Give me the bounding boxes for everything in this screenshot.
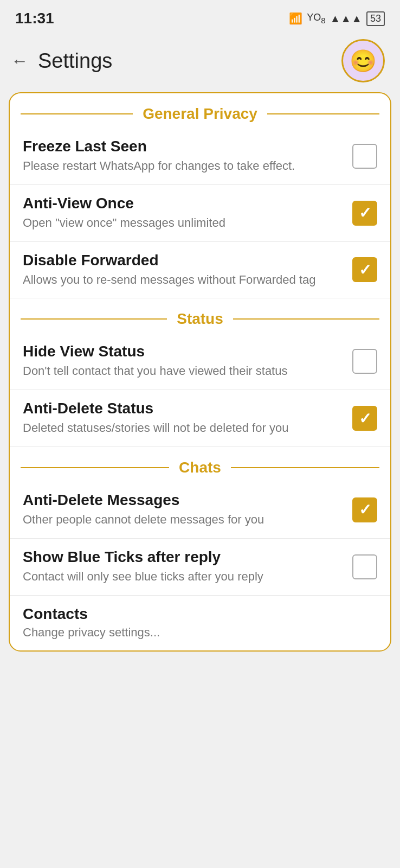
setting-desc-anti-del-status: Deleted statuses/stories will not be del… xyxy=(23,420,344,437)
section-line-status-left xyxy=(21,318,167,320)
setting-anti-delete-messages[interactable]: Anti-Delete Messages Other people cannot… xyxy=(10,482,390,539)
setting-desc-blue-ticks: Contact will only see blue ticks after y… xyxy=(23,569,344,585)
checkbox-blue-ticks[interactable] xyxy=(352,554,377,579)
header-left: ← Settings xyxy=(11,49,112,73)
wifi-icon: 📶 xyxy=(289,12,302,25)
setting-anti-view-once[interactable]: Anti-View Once Open "view once" messages… xyxy=(10,185,390,242)
setting-title-freeze: Freeze Last Seen xyxy=(23,138,344,155)
header: ← Settings 😊 xyxy=(0,33,400,92)
setting-text-anti-view: Anti-View Once Open "view once" messages… xyxy=(23,195,352,232)
checkbox-hide-view-status[interactable] xyxy=(352,349,377,374)
setting-anti-delete-status[interactable]: Anti-Delete Status Deleted statuses/stor… xyxy=(10,390,390,447)
setting-text-forwarded: Disable Forwarded Allows you to re-send … xyxy=(23,252,352,289)
setting-text-hide-view: Hide View Status Don't tell contact that… xyxy=(23,343,352,380)
section-general-privacy: General Privacy xyxy=(10,93,390,128)
setting-desc-anti-del-msg: Other people cannot delete messages for … xyxy=(23,512,344,528)
setting-title-blue-ticks: Show Blue Ticks after reply xyxy=(23,548,344,566)
checkbox-freeze-last-seen[interactable] xyxy=(352,144,377,169)
section-title-chats: Chats xyxy=(175,459,225,476)
setting-disable-forwarded[interactable]: Disable Forwarded Allows you to re-send … xyxy=(10,242,390,299)
setting-text-anti-del-status: Anti-Delete Status Deleted statuses/stor… xyxy=(23,400,352,437)
setting-title-anti-del-status: Anti-Delete Status xyxy=(23,400,344,417)
back-button[interactable]: ← xyxy=(11,51,28,71)
partial-desc-contacts: Change privacy settings... xyxy=(23,626,377,640)
setting-text-freeze: Freeze Last Seen Please restart WhatsApp… xyxy=(23,138,352,175)
setting-title-anti-del-msg: Anti-Delete Messages xyxy=(23,492,344,509)
partial-contacts: Contacts Change privacy settings... xyxy=(10,596,390,640)
section-line-chats-left xyxy=(21,467,169,468)
setting-freeze-last-seen[interactable]: Freeze Last Seen Please restart WhatsApp… xyxy=(10,128,390,185)
setting-title-forwarded: Disable Forwarded xyxy=(23,252,344,269)
status-icons: 📶 YO8 ▲▲▲ 53 xyxy=(289,11,385,26)
setting-blue-ticks[interactable]: Show Blue Ticks after reply Contact will… xyxy=(10,539,390,596)
setting-text-blue-ticks: Show Blue Ticks after reply Contact will… xyxy=(23,548,352,585)
checkbox-disable-forwarded[interactable] xyxy=(352,257,377,282)
status-time: 11:31 xyxy=(15,10,54,27)
setting-desc-anti-view: Open "view once" messages unlimited xyxy=(23,215,344,232)
avatar[interactable]: 😊 xyxy=(341,39,385,82)
section-chats: Chats xyxy=(10,447,390,482)
section-line-status-right xyxy=(233,318,379,320)
network-icon: YO8 xyxy=(307,12,325,25)
status-bar: 11:31 📶 YO8 ▲▲▲ 53 xyxy=(0,0,400,33)
section-line-right xyxy=(267,113,379,114)
settings-card: General Privacy Freeze Last Seen Please … xyxy=(9,92,391,652)
partial-title-contacts: Contacts xyxy=(23,605,377,623)
section-status: Status xyxy=(10,298,390,333)
setting-title-anti-view: Anti-View Once xyxy=(23,195,344,212)
checkbox-anti-delete-messages[interactable] xyxy=(352,497,377,522)
setting-desc-freeze: Please restart WhatsApp for changes to t… xyxy=(23,158,344,175)
battery-icon: 53 xyxy=(366,11,385,26)
section-line-left xyxy=(21,113,133,114)
setting-hide-view-status[interactable]: Hide View Status Don't tell contact that… xyxy=(10,333,390,390)
section-title-general-privacy: General Privacy xyxy=(138,105,262,123)
avatar-emoji: 😊 xyxy=(350,48,377,74)
signal-icon: ▲▲▲ xyxy=(330,12,362,25)
checkbox-anti-view-once[interactable] xyxy=(352,201,377,226)
setting-desc-forwarded: Allows you to re-send messages without F… xyxy=(23,272,344,289)
setting-title-hide-view: Hide View Status xyxy=(23,343,344,360)
setting-text-anti-del-msg: Anti-Delete Messages Other people cannot… xyxy=(23,492,352,528)
checkbox-anti-delete-status[interactable] xyxy=(352,406,377,431)
setting-desc-hide-view: Don't tell contact that you have viewed … xyxy=(23,363,344,380)
section-title-status: Status xyxy=(172,310,228,328)
page-title: Settings xyxy=(38,49,112,73)
section-line-chats-right xyxy=(231,467,379,468)
